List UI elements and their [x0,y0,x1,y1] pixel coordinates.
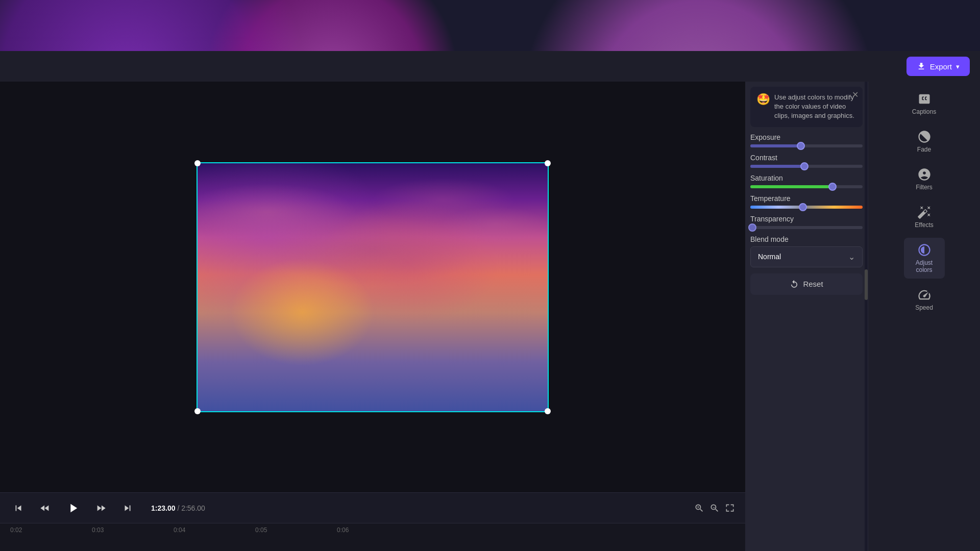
playback-controls: 1:23.00 / 2:56.00 [0,492,745,523]
total-time: 2:56.00 [181,504,205,512]
transparency-track[interactable] [750,226,863,229]
reset-button[interactable]: Reset [750,273,863,295]
blend-chevron-icon: ⌄ [848,252,855,262]
video-thumbnail [197,162,549,412]
adjust-colors-label: Adjust colors [909,259,940,273]
temperature-thumb[interactable] [799,203,807,211]
exposure-thumb[interactable] [797,142,805,150]
export-icon [917,62,926,71]
temperature-track[interactable] [750,206,863,209]
skip-forward-button[interactable] [119,500,136,516]
video-viewport [0,82,745,492]
video-frame [197,162,549,412]
forward-icon [95,503,107,514]
fit-button[interactable] [725,503,735,513]
transparency-thumb[interactable] [748,223,756,232]
skip-back-icon [13,503,24,514]
temperature-label: Temperature [750,194,863,203]
cc-icon [917,92,932,106]
contrast-thumb[interactable] [800,162,808,170]
sidebar-item-speed[interactable]: Speed [904,283,945,316]
current-time: 1:23.00 [151,504,175,512]
saturation-label: Saturation [750,174,863,182]
scrollbar-thumb[interactable] [865,269,868,300]
saturation-track[interactable] [750,185,863,188]
time-separator: / [177,504,181,512]
main-content: 1:23.00 / 2:56.00 [0,82,980,551]
speed-icon [917,288,932,302]
timeline-mark-4: 0:06 [337,527,419,534]
exposure-label: Exposure [750,133,863,141]
filters-icon [917,167,932,182]
fit-icon [725,503,735,513]
sidebar-item-filters[interactable]: Filters [904,162,945,196]
hint-box: 🤩 Use adjust colors to modify the color … [750,87,863,127]
hint-close-button[interactable]: ✕ [852,91,859,99]
skip-forward-icon [122,503,133,514]
right-panel: Captions Fade Filters E [868,82,980,551]
editor-container: Export ▾ [0,51,980,551]
exposure-slider-group: Exposure [750,133,863,147]
timeline-mark-0: 0:02 [10,527,92,534]
reset-icon [790,280,799,289]
sidebar-item-adjust-colors[interactable]: Adjust colors [904,238,945,279]
saturation-thumb[interactable] [828,183,837,191]
export-label: Export [930,62,952,71]
transparency-slider-group: Transparency [750,215,863,229]
cloud-overlay [197,162,549,412]
effects-icon [917,205,932,219]
scrollbar-track[interactable] [865,82,868,551]
export-button[interactable]: Export ▾ [906,57,970,76]
blend-mode-select[interactable]: Normal ⌄ [750,246,863,267]
contrast-track[interactable] [750,165,863,168]
top-bar: Export ▾ [0,51,980,82]
zoom-out-icon [709,503,720,513]
transparency-label: Transparency [750,215,863,223]
captions-label: Captions [912,108,936,115]
zoom-out-button[interactable] [709,503,720,513]
sidebar-item-captions[interactable]: Captions [904,87,945,120]
zoom-in-button[interactable] [694,503,704,513]
adjust-colors-icon [917,243,932,257]
timeline-ruler: 0:02 0:03 0:04 0:05 0:06 [10,523,735,536]
timeline-mark-2: 0:04 [174,527,255,534]
rewind-icon [39,503,51,514]
hint-emoji: 🤩 [756,93,770,121]
fade-icon [917,130,932,144]
skip-back-button[interactable] [10,500,27,516]
timeline[interactable]: 0:02 0:03 0:04 0:05 0:06 [0,523,745,551]
contrast-label: Contrast [750,154,863,162]
sidebar-item-fade[interactable]: Fade [904,124,945,158]
time-display: 1:23.00 / 2:56.00 [151,504,205,512]
contrast-slider-group: Contrast [750,154,863,168]
temperature-slider-group: Temperature [750,194,863,209]
reset-label: Reset [803,280,823,288]
export-chevron-icon: ▾ [956,63,960,70]
zoom-controls [694,503,735,513]
timeline-mark-3: 0:05 [255,527,337,534]
forward-button[interactable] [93,500,109,516]
sidebar-item-effects[interactable]: Effects [904,200,945,234]
video-area: 1:23.00 / 2:56.00 [0,82,745,551]
adjust-panel: ‹ 🤩 Use adjust colors to modify the colo… [745,82,868,551]
blend-mode-value: Normal [758,253,781,261]
exposure-fill [750,144,801,147]
effects-label: Effects [915,221,933,229]
zoom-in-icon [694,503,704,513]
blend-mode-group: Blend mode Normal ⌄ [750,235,863,267]
exposure-track[interactable] [750,144,863,147]
play-icon [66,501,80,515]
contrast-fill [750,165,804,168]
speed-label: Speed [915,304,933,311]
play-button[interactable] [63,498,83,518]
hint-text: Use adjust colors to modify the color va… [774,93,856,121]
fade-label: Fade [917,146,931,153]
timeline-mark-1: 0:03 [92,527,174,534]
saturation-slider-group: Saturation [750,174,863,188]
blend-mode-label: Blend mode [750,235,863,243]
filters-label: Filters [916,184,933,191]
saturation-fill [750,185,832,188]
rewind-button[interactable] [37,500,53,516]
